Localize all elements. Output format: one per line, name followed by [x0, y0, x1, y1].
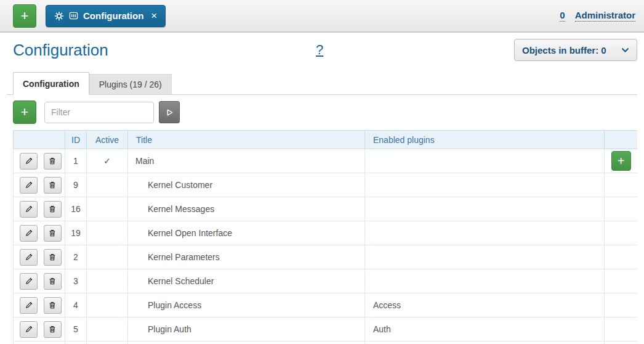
edit-button[interactable] [20, 225, 38, 242]
row-actions-cell [14, 173, 65, 197]
row-plugins-cell [365, 197, 605, 221]
column-header-add [605, 131, 638, 149]
filter-input[interactable] [44, 102, 154, 123]
row-title-cell: Kernel Open Interface [128, 221, 365, 245]
table-row[interactable]: 4 Plugin Access Access [14, 293, 638, 317]
row-actions-cell [14, 197, 65, 221]
trash-icon [48, 181, 57, 189]
apply-filter-button[interactable] [159, 101, 180, 123]
trash-icon [48, 301, 57, 309]
edit-button[interactable] [20, 201, 38, 218]
row-add-cell: + [605, 149, 638, 173]
table-row[interactable]: 3 Kernel Scheduler [14, 269, 638, 293]
table-row[interactable]: 9 Kernel Customer [14, 173, 638, 197]
row-plugins-cell: Access [365, 293, 605, 317]
page-title: Configuration [13, 41, 108, 60]
row-plugins-cell [365, 342, 605, 344]
row-active-cell [87, 173, 128, 197]
row-active-cell [87, 221, 128, 245]
delete-button[interactable] [44, 249, 62, 266]
row-plugins-cell [365, 221, 605, 245]
row-plugins-cell [365, 173, 605, 197]
table-row[interactable]: 1 ✓ Main + [14, 149, 638, 173]
table-header-row: ID Active Title Enabled plugins [14, 131, 638, 149]
delete-button[interactable] [44, 201, 62, 218]
row-add-cell [605, 173, 638, 197]
row-actions-cell [14, 317, 65, 342]
table-row[interactable]: 19 Kernel Open Interface [14, 221, 638, 245]
row-title-cell: Kernel Scheduler [128, 269, 365, 293]
delete-button[interactable] [44, 225, 62, 242]
row-title-cell: Main [128, 149, 365, 173]
trash-icon [48, 205, 57, 213]
table-row-partial[interactable] [14, 342, 638, 344]
page-header: Configuration ? Objects in buffer: 0 [0, 33, 644, 66]
row-active-cell [87, 342, 128, 344]
trash-icon [48, 229, 57, 237]
new-session-button[interactable]: + [13, 4, 36, 28]
pencil-icon [25, 277, 33, 285]
objects-in-buffer-dropdown[interactable]: Objects in buffer: 0 [514, 39, 637, 61]
row-add-cell [605, 293, 638, 317]
row-plugins-cell [365, 245, 605, 269]
row-actions-cell [14, 245, 65, 269]
add-config-button[interactable]: + [13, 100, 36, 124]
row-id-cell: 3 [65, 269, 87, 293]
row-id-cell [65, 342, 87, 344]
config-table: ID Active Title Enabled plugins [13, 130, 637, 344]
row-id-cell: 2 [65, 245, 87, 269]
row-id-cell: 1 [65, 149, 87, 173]
add-child-button[interactable]: + [611, 151, 631, 171]
row-active-cell: ✓ [87, 149, 128, 173]
row-actions-cell [14, 342, 65, 344]
row-plugins-cell [365, 149, 605, 173]
tab-strip: Configuration Plugins (19 / 26) [7, 72, 637, 95]
row-plugins-cell: Auth [365, 317, 605, 342]
edit-button[interactable] [20, 321, 38, 338]
session-tab-label: Configuration [83, 10, 143, 21]
delete-button[interactable] [44, 297, 62, 314]
row-plugins-cell [365, 269, 605, 293]
row-active-cell [87, 197, 128, 221]
pencil-icon [25, 301, 33, 309]
row-title-cell [128, 342, 365, 344]
trash-icon [48, 157, 57, 165]
tab-configuration[interactable]: Configuration [13, 72, 89, 95]
delete-button[interactable] [44, 153, 62, 170]
pencil-icon [25, 325, 33, 334]
tab-plugins[interactable]: Plugins (19 / 26) [89, 74, 172, 94]
row-actions-cell [14, 149, 65, 173]
table-row[interactable]: 5 Plugin Auth Auth [14, 317, 638, 342]
table-row[interactable]: 16 Kernel Messages [14, 197, 638, 221]
row-active-cell [87, 317, 128, 342]
delete-button[interactable] [44, 273, 62, 290]
user-menu-link[interactable]: Administrator [575, 10, 635, 22]
close-icon[interactable]: × [151, 10, 157, 22]
gear-icon [54, 11, 64, 21]
delete-button[interactable] [44, 177, 62, 194]
edit-button[interactable] [20, 153, 38, 170]
pencil-icon [25, 157, 33, 165]
edit-button[interactable] [20, 297, 38, 314]
row-add-cell [605, 269, 638, 293]
help-link[interactable]: ? [316, 42, 323, 58]
edit-button[interactable] [20, 249, 38, 266]
row-id-cell: 5 [65, 317, 87, 342]
row-add-cell [605, 317, 638, 342]
row-actions-cell [14, 221, 65, 245]
edit-button[interactable] [20, 177, 38, 194]
delete-button[interactable] [44, 321, 62, 338]
column-header-active: Active [87, 131, 128, 149]
pencil-icon [25, 181, 33, 189]
session-tab-configuration[interactable]: Configuration × [46, 5, 166, 27]
config-table-wrap: ID Active Title Enabled plugins [13, 130, 637, 344]
toolbar: + [13, 100, 644, 124]
trash-icon [48, 253, 57, 261]
edit-button[interactable] [20, 273, 38, 290]
row-add-cell [605, 197, 638, 221]
column-header-actions [14, 131, 65, 149]
row-active-cell [87, 269, 128, 293]
trash-icon [48, 325, 57, 334]
notifications-count-link[interactable]: 0 [560, 10, 565, 22]
table-row[interactable]: 2 Kernel Parameters [14, 245, 638, 269]
